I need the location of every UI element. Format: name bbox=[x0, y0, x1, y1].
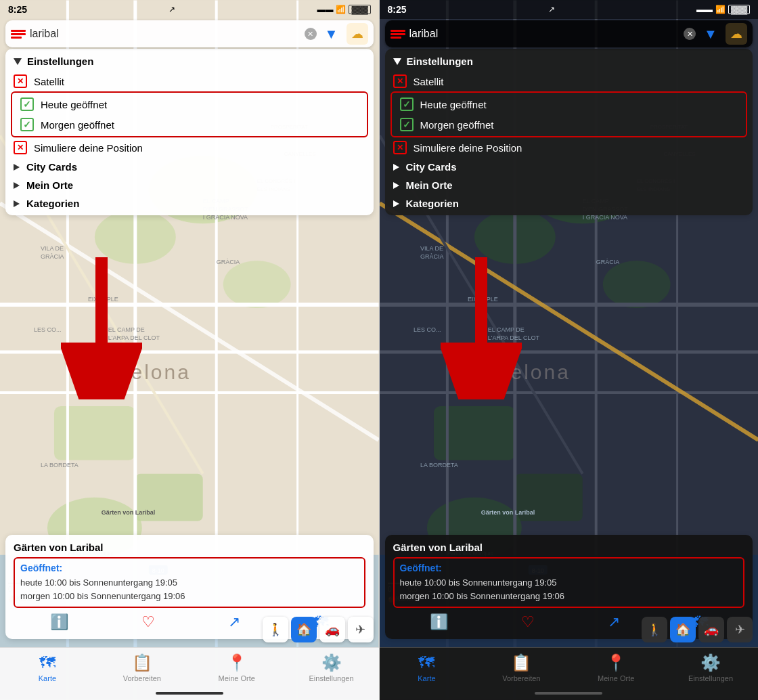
simuliere-item-light[interactable]: Simuliere deine Position bbox=[5, 137, 374, 158]
svg-text:LES CO...: LES CO... bbox=[413, 326, 440, 333]
heute-checkbox-dark[interactable] bbox=[400, 97, 414, 111]
tab-karte-label-light: Karte bbox=[39, 674, 56, 682]
filter-icon-light: ▼ bbox=[325, 26, 338, 42]
menu-icon-light[interactable] bbox=[11, 30, 26, 39]
tab-meineorte-icon-dark: 📍 bbox=[606, 653, 626, 672]
simuliere-checkbox-dark[interactable] bbox=[393, 141, 407, 154]
info-box-dark: Geöffnet: heute 10:00 bis Sonnenuntergan… bbox=[393, 557, 745, 608]
search-bar-dark: laribal ✕ ▼ ☁ bbox=[385, 20, 753, 47]
status-icons-dark: ▬▬ 📶 ▓▓▓ bbox=[696, 5, 750, 14]
highlight-box-dark: Heute geöffnet Morgen geöffnet bbox=[391, 91, 748, 137]
search-clear-dark[interactable]: ✕ bbox=[684, 28, 696, 40]
status-time-light: 8:25 bbox=[8, 4, 27, 15]
mein-orte-item-dark[interactable]: Mein Orte bbox=[385, 176, 753, 194]
kategorien-arrow-light bbox=[14, 200, 20, 207]
tab-einstellungen-dark[interactable]: ⚙️ Einstellungen bbox=[663, 653, 758, 682]
tab-meineorte-dark[interactable]: 📍 Meine Orte bbox=[568, 653, 663, 682]
tab-vorbereiten-icon-light: 📋 bbox=[132, 653, 152, 672]
svg-text:LA BORDETA: LA BORDETA bbox=[420, 462, 458, 468]
settings-header-light[interactable]: Einstellungen bbox=[5, 51, 374, 71]
simuliere-checkbox-light[interactable] bbox=[14, 141, 27, 154]
city-cards-arrow-light bbox=[14, 164, 20, 171]
car-button-light[interactable]: 🚗 bbox=[319, 617, 345, 642]
card-share-icon-light[interactable]: ↗ bbox=[228, 613, 240, 631]
card-info-icon-dark[interactable]: ℹ️ bbox=[430, 613, 448, 631]
wifi-icon2-dark: 📶 bbox=[715, 5, 726, 14]
svg-text:VILA DE: VILA DE bbox=[41, 245, 64, 252]
search-text-light[interactable]: laribal bbox=[30, 28, 300, 40]
satellit-item-light[interactable]: Satellit bbox=[5, 71, 374, 91]
mein-orte-label-dark: Mein Orte bbox=[406, 179, 453, 191]
card-share-icon-dark[interactable]: ↗ bbox=[608, 613, 620, 631]
morgen-checkbox-light[interactable] bbox=[20, 118, 34, 131]
kategorien-item-dark[interactable]: Kategorien bbox=[385, 194, 753, 213]
settings-title-dark: Einstellungen bbox=[407, 56, 473, 67]
phone-light: EIXAMPLE GRÀCIA VILA DE GRÀCIA EL CAMP D… bbox=[0, 0, 380, 700]
cloud-icon-dark: ☁ bbox=[730, 26, 742, 41]
battery-icon-light: ▓▓▓ bbox=[349, 5, 370, 14]
tab-meineorte-light[interactable]: 📍 Meine Orte bbox=[190, 653, 284, 682]
wifi-icon-dark: ▬▬ bbox=[696, 5, 713, 14]
tab-vorbereiten-label-light: Vorbereiten bbox=[123, 674, 161, 682]
navigate-button-light[interactable]: ✈ bbox=[348, 617, 374, 642]
satellit-checkbox-light[interactable] bbox=[14, 74, 27, 88]
card-info-icon-light[interactable]: ℹ️ bbox=[50, 613, 68, 631]
parking-button-dark[interactable]: 🏠 bbox=[670, 617, 696, 642]
morgen-item-light[interactable]: Morgen geöffnet bbox=[12, 114, 367, 135]
card-heart-icon-dark[interactable]: ♡ bbox=[521, 613, 535, 631]
info-open-label-light: Geöffnet: bbox=[20, 563, 359, 573]
kategorien-arrow-dark bbox=[393, 200, 399, 207]
simuliere-label-dark: Simuliere deine Position bbox=[414, 142, 522, 154]
tab-einstellungen-icon-dark: ⚙️ bbox=[700, 653, 721, 672]
filter-button-light[interactable]: ▼ bbox=[321, 23, 342, 45]
mein-orte-arrow-light bbox=[14, 182, 20, 189]
tab-karte-label-dark: Karte bbox=[418, 674, 435, 682]
settings-header-dark[interactable]: Einstellungen bbox=[385, 51, 753, 71]
car-button-dark[interactable]: 🚗 bbox=[698, 617, 724, 642]
kategorien-label-light: Kategorien bbox=[26, 198, 79, 209]
cloud-button-dark[interactable]: ☁ bbox=[726, 23, 747, 45]
triangle-down-icon-dark bbox=[393, 58, 401, 65]
tab-vorbereiten-dark[interactable]: 📋 Vorbereiten bbox=[474, 653, 568, 682]
heute-checkbox-light[interactable] bbox=[20, 97, 34, 111]
search-text-dark[interactable]: laribal bbox=[409, 28, 680, 40]
tab-einstellungen-label-dark: Einstellungen bbox=[688, 674, 733, 682]
search-bar-light: laribal ✕ ▼ ☁ bbox=[5, 20, 374, 47]
mein-orte-arrow-dark bbox=[393, 182, 399, 189]
battery-icon-dark: ▓▓▓ bbox=[728, 5, 750, 14]
tab-einstellungen-label-light: Einstellungen bbox=[309, 674, 354, 682]
svg-text:VILA DE: VILA DE bbox=[420, 245, 443, 252]
walk-button-light[interactable]: 🚶 bbox=[263, 617, 288, 642]
satellit-label-dark: Satellit bbox=[414, 76, 444, 87]
svg-text:Gärten von Laribal: Gärten von Laribal bbox=[102, 509, 155, 516]
satellit-checkbox-dark[interactable] bbox=[393, 74, 407, 88]
heute-item-light[interactable]: Heute geöffnet bbox=[12, 94, 367, 114]
status-arrow-dark: ↗ bbox=[548, 5, 555, 14]
filter-button-dark[interactable]: ▼ bbox=[700, 23, 721, 45]
dropdown-panel-light: Einstellungen Satellit Heute geöffnet Mo… bbox=[5, 49, 374, 215]
parking-button-light[interactable]: 🏠 bbox=[291, 617, 317, 642]
satellit-item-dark[interactable]: Satellit bbox=[385, 71, 753, 91]
search-clear-light[interactable]: ✕ bbox=[305, 28, 317, 40]
highlight-box-light: Heute geöffnet Morgen geöffnet bbox=[11, 91, 368, 137]
morgen-checkbox-dark[interactable] bbox=[400, 118, 414, 131]
cloud-button-light[interactable]: ☁ bbox=[347, 23, 368, 45]
heute-item-dark[interactable]: Heute geöffnet bbox=[392, 94, 746, 114]
city-cards-item-dark[interactable]: City Cards bbox=[385, 158, 753, 176]
navigate-button-dark[interactable]: ✈ bbox=[727, 617, 753, 642]
tab-karte-dark[interactable]: 🗺 Karte bbox=[380, 653, 474, 682]
simuliere-item-dark[interactable]: Simuliere deine Position bbox=[385, 137, 753, 158]
home-indicator-dark bbox=[535, 692, 602, 695]
card-heart-icon-light[interactable]: ♡ bbox=[141, 613, 155, 631]
tab-einstellungen-light[interactable]: ⚙️ Einstellungen bbox=[284, 653, 379, 682]
city-cards-item-light[interactable]: City Cards bbox=[5, 158, 374, 176]
morgen-item-dark[interactable]: Morgen geöffnet bbox=[392, 114, 746, 135]
mein-orte-item-light[interactable]: Mein Orte bbox=[5, 176, 374, 194]
info-schedule-light: heute 10:00 bis Sonnenuntergang 19:05 mo… bbox=[20, 576, 359, 603]
walk-button-dark[interactable]: 🚶 bbox=[642, 617, 667, 642]
menu-icon-dark[interactable] bbox=[391, 30, 405, 39]
kategorien-item-light[interactable]: Kategorien bbox=[5, 194, 374, 213]
city-cards-label-dark: City Cards bbox=[406, 161, 457, 173]
tab-vorbereiten-light[interactable]: 📋 Vorbereiten bbox=[95, 653, 190, 682]
tab-karte-light[interactable]: 🗺 Karte bbox=[0, 653, 95, 682]
